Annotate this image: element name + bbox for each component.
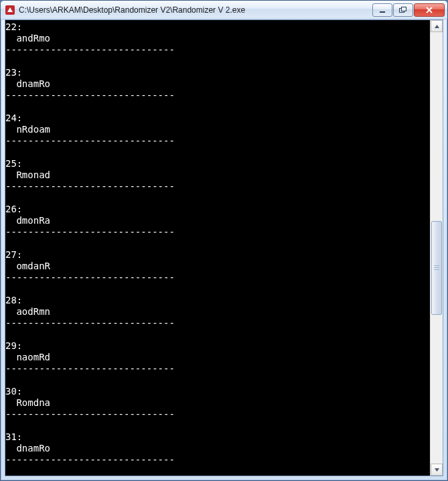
console-entry: 22: andRmo------------------------------ bbox=[5, 21, 430, 67]
entry-value: dmonRa bbox=[5, 215, 430, 226]
entry-value: naomRd bbox=[5, 352, 430, 363]
entry-index: 29: bbox=[5, 340, 430, 352]
entry-value: omdanR bbox=[5, 261, 430, 272]
separator-line: ------------------------------ bbox=[5, 44, 430, 56]
console-entry: 30: Romdna------------------------------ bbox=[5, 386, 430, 431]
entry-index: 26: bbox=[5, 204, 430, 215]
app-window: C:\Users\ARKAM\Desktop\Randomizer V2\Ran… bbox=[0, 0, 448, 481]
blank-line bbox=[5, 56, 430, 67]
scroll-down-button[interactable] bbox=[431, 464, 443, 476]
entry-value: Rmonad bbox=[5, 169, 430, 181]
separator-line: ------------------------------ bbox=[5, 318, 430, 329]
blank-line bbox=[5, 147, 430, 158]
console-entry: 29: naomRd------------------------------ bbox=[5, 340, 430, 386]
blank-line bbox=[5, 192, 430, 204]
entry-value: dnamRo bbox=[5, 78, 430, 90]
console-output: 22: andRmo------------------------------… bbox=[5, 20, 430, 476]
vertical-scrollbar[interactable] bbox=[430, 20, 443, 476]
separator-line: ------------------------------ bbox=[5, 226, 430, 238]
entry-index: 25: bbox=[5, 158, 430, 169]
blank-line bbox=[5, 420, 430, 431]
close-button[interactable] bbox=[414, 3, 445, 17]
separator-line: ------------------------------ bbox=[5, 272, 430, 283]
app-icon bbox=[5, 5, 15, 15]
console-entry: 25: Rmonad------------------------------ bbox=[5, 158, 430, 204]
separator-line: ------------------------------ bbox=[5, 181, 430, 192]
titlebar[interactable]: C:\Users\ARKAM\Desktop\Randomizer V2\Ran… bbox=[1, 1, 447, 19]
minimize-button[interactable] bbox=[372, 3, 392, 17]
console-entry: 24: nRdoam------------------------------ bbox=[5, 113, 430, 158]
separator-line: ------------------------------ bbox=[5, 454, 430, 466]
blank-line bbox=[5, 238, 430, 249]
blank-line bbox=[5, 101, 430, 113]
separator-line: ------------------------------ bbox=[5, 409, 430, 420]
console-entry: 27: omdanR------------------------------ bbox=[5, 249, 430, 295]
separator-line: ------------------------------ bbox=[5, 363, 430, 374]
separator-line: ------------------------------ bbox=[5, 90, 430, 101]
console-entry: 23: dnamRo------------------------------ bbox=[5, 67, 430, 113]
scroll-thumb[interactable] bbox=[431, 221, 442, 315]
entry-index: 22: bbox=[5, 21, 430, 33]
entry-index: 27: bbox=[5, 249, 430, 261]
window-buttons bbox=[372, 3, 445, 17]
blank-line bbox=[5, 466, 430, 476]
blank-line bbox=[5, 374, 430, 386]
entry-index: 30: bbox=[5, 386, 430, 397]
blank-line bbox=[5, 329, 430, 340]
svg-rect-3 bbox=[402, 7, 406, 11]
entry-value: dnamRo bbox=[5, 443, 430, 454]
window-title: C:\Users\ARKAM\Desktop\Randomizer V2\Ran… bbox=[19, 5, 372, 15]
entry-value: aodRmn bbox=[5, 306, 430, 318]
entry-value: Romdna bbox=[5, 397, 430, 409]
entry-index: 28: bbox=[5, 295, 430, 306]
entry-index: 31: bbox=[5, 431, 430, 443]
client-area: 22: andRmo------------------------------… bbox=[5, 19, 443, 476]
entry-value: nRdoam bbox=[5, 124, 430, 135]
entry-index: 23: bbox=[5, 67, 430, 78]
maximize-button[interactable] bbox=[393, 3, 413, 17]
separator-line: ------------------------------ bbox=[5, 135, 430, 147]
svg-rect-1 bbox=[380, 11, 385, 13]
entry-value: andRmo bbox=[5, 33, 430, 44]
console-entry: 28: aodRmn------------------------------ bbox=[5, 295, 430, 340]
blank-line bbox=[5, 283, 430, 295]
console-entry: 31: dnamRo------------------------------ bbox=[5, 431, 430, 476]
entry-index: 24: bbox=[5, 113, 430, 124]
scroll-up-button[interactable] bbox=[431, 20, 443, 32]
console-entry: 26: dmonRa------------------------------ bbox=[5, 204, 430, 249]
